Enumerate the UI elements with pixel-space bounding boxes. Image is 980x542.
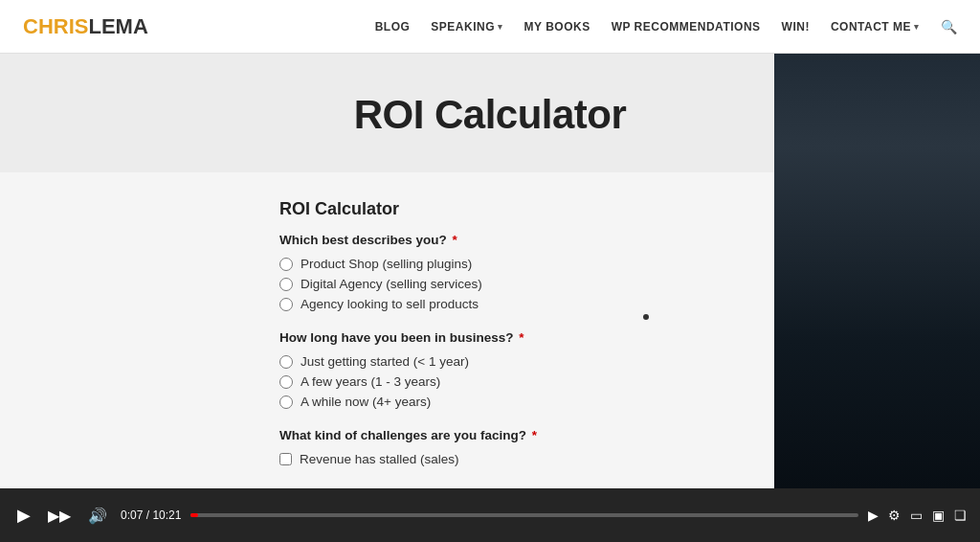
nav-speaking[interactable]: SPEAKING ▾ (431, 20, 502, 34)
q2-option-2-radio[interactable] (279, 375, 293, 389)
form-inner: ROI Calculator Which best describes you?… (260, 199, 720, 486)
volume-button[interactable]: 🔊 (84, 507, 111, 525)
nav-win[interactable]: WIN! (782, 20, 810, 34)
nav-blog[interactable]: BLOG (375, 20, 411, 34)
settings-icon[interactable]: ⚙ (888, 508, 901, 523)
q1-option-1-radio[interactable] (279, 258, 293, 271)
list-item[interactable]: Digital Agency (selling services) (279, 277, 720, 291)
q1-option-2-radio[interactable] (279, 278, 293, 291)
nav-links: BLOG SPEAKING ▾ MY BOOKS WP RECOMMENDATI… (375, 19, 957, 34)
video-controls-right: ▶ ⚙ ▭ ▣ ❏ (868, 508, 967, 523)
speaking-chevron-icon: ▾ (498, 22, 503, 32)
logo-chris: CHRIS (23, 14, 88, 38)
video-bar: ▶ ▶▶ 🔊 0:07 / 10:21 ▶ ⚙ ▭ ▣ ❏ (0, 488, 980, 542)
list-item[interactable]: Revenue has stalled (sales) (279, 452, 720, 466)
video-time-display: 0:07 / 10:21 (121, 508, 181, 522)
contact-chevron-icon: ▾ (914, 22, 920, 32)
nav-contact-me[interactable]: CONTACT ME ▾ (831, 20, 920, 34)
list-item[interactable]: Agency looking to sell products (279, 297, 720, 311)
list-item[interactable]: Just getting started (< 1 year) (279, 354, 720, 369)
q1-option-3-radio[interactable] (279, 298, 293, 311)
right-panel (774, 0, 980, 488)
nav-bar: CHRISLEMA BLOG SPEAKING ▾ MY BOOKS WP RE… (0, 0, 980, 54)
list-item[interactable]: Product Shop (selling plugins) (279, 257, 720, 271)
miniplayer-icon[interactable]: ▣ (932, 508, 945, 523)
question-3-block: What kind of challenges are you facing? … (279, 428, 720, 466)
form-title: ROI Calculator (279, 199, 720, 219)
theater-mode-icon[interactable]: ▭ (910, 508, 923, 523)
cursor (643, 314, 649, 320)
play-button[interactable]: ▶ (13, 505, 34, 526)
youtube-icon[interactable]: ▶ (868, 508, 879, 523)
nav-mybooks[interactable]: MY BOOKS (524, 20, 590, 34)
progress-bar[interactable] (190, 513, 858, 517)
question-2-block: How long have you been in business? * Ju… (279, 330, 720, 409)
list-item[interactable]: A while now (4+ years) (279, 395, 720, 409)
search-icon[interactable]: 🔍 (941, 19, 958, 34)
question-2-options: Just getting started (< 1 year) A few ye… (279, 354, 720, 409)
question-1-label: Which best describes you? * (279, 233, 720, 247)
fullscreen-icon[interactable]: ❏ (954, 508, 967, 523)
nav-wp-recommendations[interactable]: WP RECOMMENDATIONS (612, 20, 761, 34)
list-item[interactable]: A few years (1 - 3 years) (279, 374, 720, 389)
logo-lema: LEMA (88, 14, 147, 38)
question-1-block: Which best describes you? * Product Shop… (279, 233, 720, 311)
progress-bar-fill (190, 513, 198, 517)
question-3-options: Revenue has stalled (sales) (279, 452, 720, 466)
logo[interactable]: CHRISLEMA (23, 14, 148, 39)
question-1-options: Product Shop (selling plugins) Digital A… (279, 257, 720, 311)
question-3-label: What kind of challenges are you facing? … (279, 428, 720, 442)
skip-forward-button[interactable]: ▶▶ (44, 507, 75, 525)
q3-option-1-checkbox[interactable] (279, 453, 292, 465)
q2-option-1-radio[interactable] (279, 355, 293, 369)
question-2-label: How long have you been in business? * (279, 330, 720, 345)
q2-option-3-radio[interactable] (279, 395, 293, 409)
